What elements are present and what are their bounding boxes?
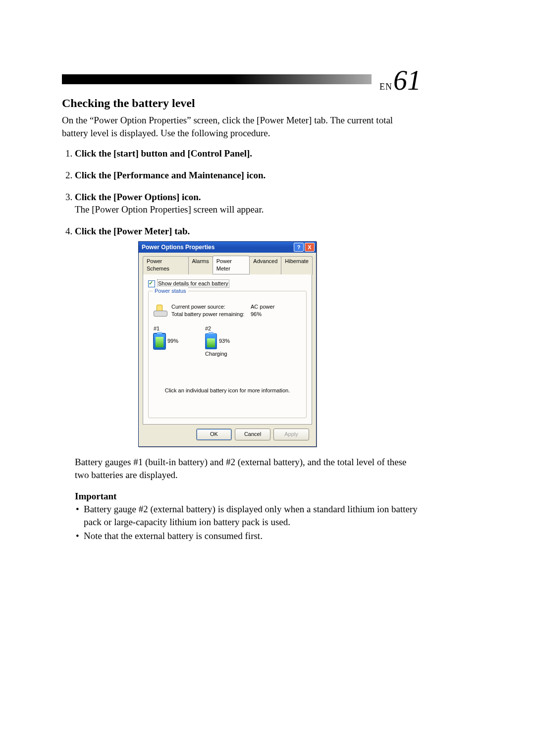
battery-2-percent: 93%	[219, 337, 230, 345]
step-3-note: The [Power Option Properties] screen wil…	[75, 203, 421, 216]
page-content: Checking the battery level On the “Power…	[62, 97, 421, 543]
power-status-legend: Power status	[153, 287, 188, 295]
help-icon[interactable]: ?	[294, 243, 304, 252]
battery-hint: Click an individual battery icon for mor…	[154, 357, 301, 394]
apply-button: Apply	[273, 429, 309, 440]
battery-1: #1 99%	[154, 325, 187, 358]
important-bullets: Battery gauge #2 (external battery) is d…	[75, 503, 421, 542]
power-options-dialog: Power Options Properties ? X Power Schem…	[138, 241, 317, 447]
step-4: Click the [Power Meter] tab. Power Optio…	[75, 225, 421, 447]
step-3-heading: Click the [Power Options] icon.	[75, 192, 201, 202]
tab-power-meter[interactable]: Power Meter	[213, 256, 250, 274]
close-icon[interactable]: X	[305, 243, 315, 252]
procedure-steps: Click the [start] button and [Control Pa…	[62, 147, 421, 447]
step-3: Click the [Power Options] icon. The [Pow…	[75, 191, 421, 216]
important-title: Important	[75, 491, 421, 502]
battery-2-icon[interactable]	[205, 333, 217, 349]
step-2-heading: Click the [Performance and Maintenance] …	[75, 170, 266, 180]
intro-paragraph: On the “Power Option Properties” screen,…	[62, 114, 421, 139]
tab-power-schemes[interactable]: Power Schemes	[143, 256, 189, 274]
ac-plug-icon	[154, 304, 167, 318]
dialog-body: Power Schemes Alarms Power Meter Advance…	[139, 253, 316, 446]
page-number-value: 61	[393, 65, 421, 96]
tab-alarms[interactable]: Alarms	[188, 256, 213, 274]
step-1: Click the [start] button and [Control Pa…	[75, 147, 421, 160]
tab-advanced[interactable]: Advanced	[249, 256, 281, 274]
battery-1-head: #1	[154, 325, 187, 332]
ok-button[interactable]: OK	[196, 429, 232, 440]
dialog-title: Power Options Properties	[142, 243, 293, 251]
current-source-label: Current power source:	[171, 303, 251, 311]
step-1-heading: Click the [start] button and [Control Pa…	[75, 148, 252, 159]
show-details-label: Show details for each battery	[157, 279, 229, 288]
battery-2-status: Charging	[205, 350, 239, 358]
tab-panel-power-meter: Show details for each battery Power stat…	[143, 274, 312, 425]
after-dialog-paragraph: Battery gauges #1 (built-in battery) and…	[75, 456, 421, 481]
dialog-button-row: OK Cancel Apply	[143, 425, 312, 441]
important-bullet-2: Note that the external battery is consum…	[84, 530, 421, 542]
show-details-row[interactable]: Show details for each battery	[148, 279, 307, 288]
remaining-label: Total battery power remaining:	[171, 311, 251, 318]
tab-hibernate[interactable]: Hibernate	[281, 256, 313, 274]
power-status-labels: Current power source: AC power Total bat…	[171, 303, 301, 318]
power-status-summary: Current power source: AC power Total bat…	[154, 303, 301, 318]
step-2: Click the [Performance and Maintenance] …	[75, 169, 421, 182]
section-title: Checking the battery level	[62, 97, 421, 110]
important-block: Important Battery gauge #2 (external bat…	[75, 491, 421, 542]
battery-1-icon[interactable]	[154, 333, 165, 349]
battery-2: #2 93% Charging	[205, 325, 239, 358]
remaining-value: 96%	[251, 311, 262, 318]
step-4-heading: Click the [Power Meter] tab.	[75, 226, 190, 236]
page-number-lang: EN	[379, 82, 392, 92]
dialog-titlebar[interactable]: Power Options Properties ? X	[139, 242, 316, 253]
page-number: EN61	[379, 64, 421, 96]
important-bullet-1: Battery gauge #2 (external battery) is d…	[84, 503, 421, 528]
battery-2-head: #2	[205, 325, 239, 332]
battery-1-percent: 99%	[167, 337, 178, 345]
screenshot-wrap: Power Options Properties ? X Power Schem…	[138, 241, 317, 447]
header-gradient-bar	[62, 74, 372, 84]
cancel-button[interactable]: Cancel	[235, 429, 270, 440]
power-status-group: Power status Current power source: AC po…	[148, 291, 307, 418]
current-source-value: AC power	[251, 303, 274, 311]
tab-strip: Power Schemes Alarms Power Meter Advance…	[143, 256, 312, 274]
show-details-checkbox[interactable]	[148, 280, 155, 287]
battery-icons-row: #1 99% #2	[154, 325, 301, 358]
